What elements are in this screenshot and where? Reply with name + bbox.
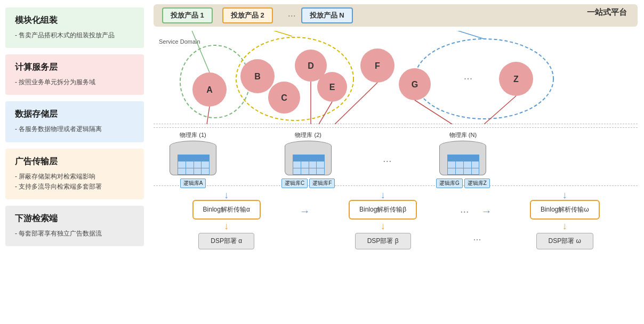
dbn-label: 物理库 (N): [449, 131, 477, 139]
section-data-desc: - 各服务数据物理或者逻辑隔离: [15, 124, 134, 134]
product-tag-1: 投放产品 1: [162, 7, 213, 23]
arrow-down-blue-1: ↓: [224, 190, 229, 200]
db2-sublabel-f: 逻辑库F: [309, 179, 335, 188]
db-group-1: 物理库 (1) 逻辑库A: [170, 131, 216, 188]
section-ad-title: 广告传输层: [15, 156, 134, 167]
arrow-right-1: →: [299, 190, 310, 217]
arrow-down-orange-2: ↓: [381, 220, 385, 233]
section-compute-desc: - 按照业务单元拆分为服务域: [15, 77, 134, 87]
svg-line-22: [441, 31, 484, 39]
svg-line-25: [319, 102, 332, 124]
svg-text:F: F: [375, 61, 380, 70]
db1-sublabel-a: 逻辑库A: [180, 179, 206, 188]
section-downstream: 下游检索端 - 每套部署享有独立广告数据流: [5, 206, 144, 246]
dsp-dots: ...: [473, 232, 481, 243]
binlog-dots: ···: [456, 190, 473, 217]
svg-text:···: ···: [464, 72, 473, 84]
db1-label: 物理库 (1): [180, 131, 206, 139]
db-dots: ···: [383, 155, 392, 167]
dbn-sublabel-z: 逻辑库Z: [464, 179, 490, 188]
db2-cylinder: [285, 141, 332, 177]
binlog-col-3: ↓ Binlog解析传输ω ↓ DSP部署 ω: [492, 190, 638, 249]
db-group-n: 物理库 (N) 逻辑库G 逻辑库Z: [436, 131, 490, 188]
svg-text:E: E: [329, 83, 335, 92]
dsp-dots-col: ...: [473, 190, 481, 243]
dsp-box-3: DSP部署 ω: [536, 233, 593, 249]
svg-text:Z: Z: [513, 75, 519, 84]
section-data-title: 数据存储层: [15, 109, 134, 120]
db2-label: 物理库 (2): [295, 131, 321, 139]
binlog-dsp-area: ↓ Binlog解析传输α ↓ DSP部署 α → ↓ Binlog解析传输β …: [154, 190, 638, 249]
svg-line-28: [484, 96, 516, 124]
svg-text:B: B: [254, 72, 261, 81]
product-tag-n: 投放产品 N: [301, 7, 353, 23]
binlog-col-1: ↓ Binlog解析传输α ↓ DSP部署 α: [154, 190, 299, 249]
platform-title: 一站式平台: [587, 7, 627, 18]
section-modular-title: 模块化组装: [15, 15, 134, 26]
dbn-sublabels: 逻辑库G 逻辑库Z: [436, 179, 490, 188]
db1-sublabels: 逻辑库A: [180, 179, 206, 188]
db2-sublabel-c: 逻辑库C: [281, 179, 308, 188]
arrow-down-blue-3: ↓: [562, 190, 567, 200]
product-tag-2: 投放产品 2: [222, 7, 273, 23]
svg-line-21: [257, 31, 292, 36]
arrow-down-orange-1: ↓: [224, 220, 229, 233]
binlog-box-3: Binlog解析传输ω: [530, 200, 600, 220]
dbn-sublabel-g: 逻辑库G: [436, 179, 463, 188]
section-modular: 模块化组装 - 售卖产品搭积木式的组装投放产品: [5, 7, 144, 48]
svg-text:C: C: [281, 93, 287, 102]
section-downstream-desc: - 每套部署享有独立广告数据流: [15, 229, 134, 239]
binlog-box-1: Binlog解析传输α: [192, 200, 261, 220]
db2-sublabels: 逻辑库C 逻辑库F: [281, 179, 335, 188]
dbn-cylinder: [439, 141, 486, 177]
service-domain-area: Service Domain A B C D E F: [154, 31, 638, 124]
arrow-down-orange-3: ↓: [562, 220, 567, 233]
svg-text:D: D: [308, 61, 314, 70]
section-ad-desc: - 屏蔽存储架构对检索端影响 - 支持多流导向检索端多套部署: [15, 172, 134, 192]
section-data: 数据存储层 - 各服务数据物理或者逻辑隔离: [5, 101, 144, 142]
binlog-col-2: ↓ Binlog解析传输β ↓ DSP部署 β: [310, 190, 455, 249]
dsp-box-1: DSP部署 α: [198, 233, 254, 249]
service-domain-svg: A B C D E F G ··· Z: [154, 31, 638, 124]
section-compute-title: 计算服务层: [15, 62, 134, 73]
section-compute: 计算服务层 - 按照业务单元拆分为服务域: [5, 54, 144, 95]
product-dots: ···: [288, 10, 296, 21]
right-panel: 一站式平台 投放产品 1 投放产品 2 ··· 投放产品 N Service D…: [149, 0, 644, 324]
arrow-right-2: →: [481, 190, 492, 217]
binlog-box-2: Binlog解析传输β: [349, 200, 417, 220]
section-modular-desc: - 售卖产品搭积木式的组装投放产品: [15, 30, 134, 40]
db1-cylinder: [170, 141, 216, 177]
section-ad: 广告传输层 - 屏蔽存储架构对检索端影响 - 支持多流导向检索端多套部署: [5, 149, 144, 199]
db-group-2: 物理库 (2) 逻辑库C 逻辑库F: [281, 131, 335, 188]
arrow-down-blue-2: ↓: [381, 190, 385, 200]
svg-line-20: [190, 31, 210, 72]
svg-text:G: G: [412, 80, 418, 89]
section-downstream-title: 下游检索端: [15, 213, 134, 224]
dsp-box-2: DSP部署 β: [355, 233, 411, 249]
svg-text:A: A: [206, 85, 213, 94]
platform-header: 一站式平台 投放产品 1 投放产品 2 ··· 投放产品 N: [154, 4, 638, 27]
left-panel: 模块化组装 - 售卖产品搭积木式的组装投放产品 计算服务层 - 按照业务单元拆分…: [0, 0, 149, 324]
database-area: 物理库 (1) 逻辑库A 物理库 (2): [154, 127, 638, 186]
svg-line-23: [207, 107, 210, 124]
